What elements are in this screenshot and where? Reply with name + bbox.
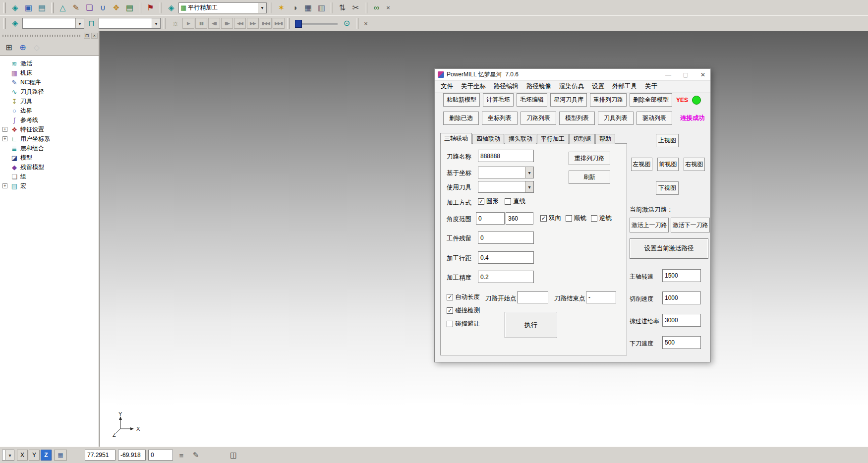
rearrange-toolpaths-button[interactable]: 重排列刀路 <box>590 93 627 107</box>
edit-block-button[interactable]: 毛坯编辑 <box>517 93 547 107</box>
pick-flag-icon[interactable]: ⚑ <box>144 1 157 14</box>
clock-icon[interactable]: ⊙ <box>341 17 353 30</box>
stock-remain-input[interactable] <box>478 232 534 244</box>
view-front-button[interactable]: 前视图 <box>657 158 679 171</box>
toolbar-close-button[interactable]: × <box>384 3 393 12</box>
world-icon[interactable]: ⊕ <box>17 42 29 54</box>
grid-toggle-button[interactable]: ▦ <box>54 450 67 461</box>
paste-new-model-button[interactable]: 粘贴新模型 <box>443 93 480 107</box>
clamp-icon[interactable]: ⊓ <box>85 17 98 30</box>
tree-item-machine-tools[interactable]: + ▦ 机床 <box>0 68 99 78</box>
menu-file[interactable]: 文件 <box>437 81 457 92</box>
sim-toolbar-close-button[interactable]: × <box>361 19 370 28</box>
coord-z-field[interactable] <box>148 450 173 461</box>
lamp-icon[interactable]: ☼ <box>169 17 181 30</box>
compass-icon[interactable]: △ <box>57 1 69 14</box>
toolbar-grip[interactable] <box>270 2 272 13</box>
refresh-button[interactable]: 刷新 <box>569 171 610 184</box>
panel-restore-button[interactable]: ⊡ <box>84 33 90 39</box>
tree-item-patterns[interactable]: + ∫ 参考线 <box>0 116 99 125</box>
spark-icon[interactable]: ❖ <box>110 1 122 14</box>
tree-item-feature-sets[interactable]: + ❖ 特征设置 <box>0 125 99 134</box>
coord-y-field[interactable] <box>118 450 146 461</box>
view-left-button[interactable]: 左视图 <box>631 158 652 171</box>
expand-icon[interactable]: + <box>2 136 7 141</box>
panel-close-button[interactable]: × <box>91 33 98 39</box>
coord-x-field[interactable] <box>85 450 116 461</box>
hook-tool-icon[interactable]: ❏ <box>83 1 96 14</box>
step-back-icon[interactable]: ◀▮ <box>208 18 220 29</box>
coord-list-button[interactable]: 坐标列表 <box>482 112 518 125</box>
delete-all-models-button[interactable]: 删除全部模型 <box>630 93 672 107</box>
project-icon[interactable]: ◈ <box>9 1 21 14</box>
menu-render-sim[interactable]: 渲染仿真 <box>555 81 588 92</box>
activate-next-toolpath-button[interactable]: 激活下一刀路 <box>671 218 710 232</box>
collision-avoid-checkbox[interactable]: ✓ 碰撞避让 <box>447 320 480 328</box>
workplane-select[interactable]: ▾ <box>2 450 14 461</box>
tolerance-input[interactable] <box>478 271 534 283</box>
angle-from-input[interactable] <box>476 212 505 225</box>
bidirectional-checkbox[interactable]: ✓ 双向 <box>540 214 561 223</box>
expand-icon[interactable]: + <box>2 183 7 188</box>
tree-item-toolpaths[interactable]: + ∿ 刀具路径 <box>0 87 99 97</box>
view-bottom-button[interactable]: 下视图 <box>656 181 679 195</box>
menu-settings[interactable]: 设置 <box>588 81 608 92</box>
circular-checkbox[interactable]: ✓ 圆形 <box>478 197 499 206</box>
fast-forward-icon[interactable]: ▶▶ <box>247 18 259 29</box>
climb-mill-checkbox[interactable]: ✓ 顺铣 <box>566 214 586 223</box>
toolbar-grip[interactable] <box>356 18 358 29</box>
cutting-feed-field[interactable] <box>662 291 701 304</box>
view-right-button[interactable]: 右视图 <box>684 158 705 171</box>
minimize-button[interactable]: — <box>661 69 676 80</box>
use-tool-select[interactable]: ▾ <box>478 181 534 193</box>
menu-external-tools[interactable]: 外部工具 <box>608 81 641 92</box>
pause-icon[interactable]: ▮▮ <box>195 18 207 29</box>
list-options-icon[interactable]: ≡ <box>175 449 187 461</box>
skim-feed-field[interactable] <box>662 314 701 327</box>
step-forward-icon[interactable]: ▮▶ <box>221 18 233 29</box>
magnet-icon[interactable]: ∪ <box>97 1 109 14</box>
execute-button[interactable]: 执行 <box>505 312 557 338</box>
play-icon[interactable]: ▶ <box>182 18 194 29</box>
chevron-down-icon[interactable]: ▾ <box>75 18 84 28</box>
y-lock-button[interactable]: Y <box>29 450 40 461</box>
go-end-icon[interactable]: ▶▶▮ <box>273 18 285 29</box>
tree-item-boundaries[interactable]: + ○ 边界 <box>0 106 99 116</box>
panel-drag-handle[interactable] <box>2 35 81 37</box>
tab-saw[interactable]: 切割锯 <box>569 134 595 144</box>
draw-axis-icon[interactable]: ✎ <box>190 449 202 461</box>
close-button[interactable]: ✕ <box>695 69 710 80</box>
gauge-icon[interactable]: ◑ <box>289 1 301 14</box>
activate-prev-toolpath-button[interactable]: 激活上一刀路 <box>630 218 669 232</box>
toolpath-list-button[interactable]: 刀路列表 <box>521 112 556 125</box>
active-strategy-select[interactable]: ▦ 平行精加工 ▾ <box>178 2 267 13</box>
expand-icon[interactable]: + <box>2 127 7 132</box>
menu-path-edit[interactable]: 路径编辑 <box>490 81 522 92</box>
toolbar-grip[interactable] <box>51 2 54 13</box>
base-coord-select[interactable]: ▾ <box>478 167 534 178</box>
tree-item-groups[interactable]: + ❏ 组 <box>0 172 99 181</box>
binoculars-icon[interactable]: ∞ <box>370 1 383 14</box>
go-start-icon[interactable]: ▮◀◀ <box>260 18 272 29</box>
menu-path-mirror[interactable]: 路径镜像 <box>522 81 555 92</box>
tree-item-macros[interactable]: + ▤ 宏 <box>0 181 99 191</box>
ghost-icon[interactable]: ◇ <box>31 42 43 54</box>
chevron-down-icon[interactable]: ▾ <box>525 181 533 192</box>
calculator-icon[interactable]: ▦ <box>302 1 314 14</box>
view-top-button[interactable]: 上视图 <box>656 134 679 147</box>
set-active-path-button[interactable]: 设置当前激活路径 <box>630 238 708 259</box>
tree-item-levels-sets[interactable]: + ≣ 层和组合 <box>0 144 99 153</box>
print-icon[interactable]: ▤ <box>36 1 48 14</box>
toolbar-grip[interactable] <box>365 2 367 13</box>
spindle-speed-field[interactable] <box>662 269 701 282</box>
menu-coords[interactable]: 关于坐标 <box>457 81 490 92</box>
x-lock-button[interactable]: X <box>17 450 28 461</box>
toolbar-grip[interactable] <box>288 18 290 29</box>
tree-item-tools[interactable]: + ↧ 刀具 <box>0 97 99 106</box>
z-lock-button[interactable]: Z <box>41 450 52 461</box>
toolbar-grip[interactable] <box>164 18 166 29</box>
rewind-icon[interactable]: ◀◀ <box>234 18 246 29</box>
tree-item-activate[interactable]: + ≋ 激活 <box>0 59 99 68</box>
chevron-down-icon[interactable]: ▾ <box>5 450 14 460</box>
collision-check-checkbox[interactable]: ✓ 碰撞检测 <box>447 306 480 315</box>
